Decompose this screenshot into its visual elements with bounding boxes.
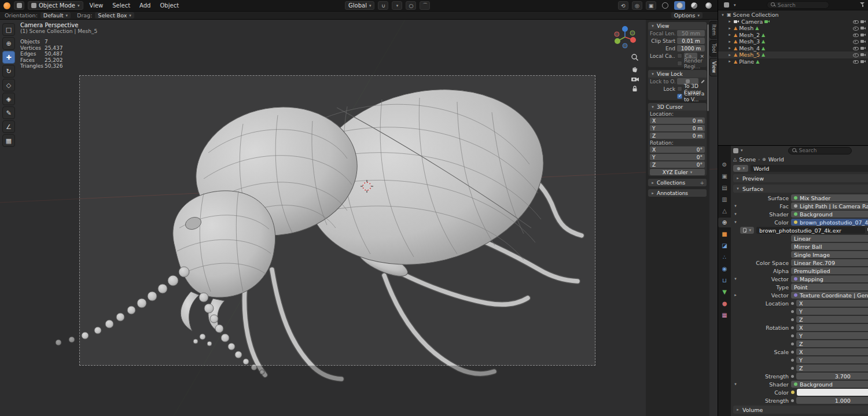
expand-icon[interactable]: ▾ <box>733 277 738 281</box>
tab-tool[interactable]: ⚙ <box>718 160 731 170</box>
location-y-slider[interactable]: Y0 m <box>796 308 868 315</box>
vector-input-button[interactable]: Mapping <box>791 275 868 282</box>
shading-material-button[interactable] <box>689 1 700 10</box>
annotate-tool[interactable]: ✎ <box>2 106 15 119</box>
snap-magnet-icon[interactable]: ∪ <box>378 1 388 10</box>
visibility-eye-icon[interactable] <box>853 19 859 24</box>
expand-icon[interactable]: ▾ <box>733 220 738 224</box>
tab-render[interactable]: ▣ <box>718 171 731 181</box>
location-x-slider[interactable]: X0 m <box>796 300 868 307</box>
outliner-row-mesh-2[interactable]: ▸ ▲ Mesh_2 ▲ <box>718 32 868 39</box>
shader2-input-button[interactable]: Background <box>791 381 868 388</box>
cursor-rotation-y-slider[interactable]: Y0° <box>650 154 705 160</box>
scale-y-slider[interactable]: Y1.000 <box>796 356 868 363</box>
display-mode-dropdown[interactable]: ▾ <box>734 3 736 8</box>
to-3d-cursor-checkbox[interactable] <box>677 86 682 91</box>
tab-output[interactable]: ▤ <box>718 183 731 193</box>
breadcrumb-scene[interactable]: Scene <box>739 156 756 163</box>
show-overlays-toggle[interactable]: ◎ <box>632 1 642 10</box>
outliner-row-mesh-5[interactable]: ▸ ▲ Mesh_5 ▲ <box>718 51 868 58</box>
options-button[interactable]: Options ▾ <box>671 12 703 19</box>
clip-start-field[interactable]: 0.01 m <box>677 38 705 44</box>
scale-tool[interactable]: ◇ <box>2 79 15 91</box>
expand-icon[interactable]: ▸ <box>733 293 738 297</box>
blender-logo[interactable] <box>3 2 10 9</box>
texcoord-input-button[interactable]: Texture Coordinate | Generated <box>791 292 868 299</box>
alpha-dropdown[interactable]: Premultiplied▾ <box>791 267 868 274</box>
disclosure-icon[interactable]: ▸ <box>727 19 732 24</box>
render-visibility-icon[interactable] <box>860 53 866 57</box>
disclosure-icon[interactable]: ▸ <box>727 39 732 44</box>
disclosure-icon[interactable]: ▸ <box>727 59 732 64</box>
world-name-field[interactable]: World <box>751 165 868 172</box>
cursor-location-x-slider[interactable]: X0 m <box>650 117 705 124</box>
transform-tool[interactable]: ◈ <box>2 93 15 105</box>
volume-panel-header[interactable]: ▸Volume <box>733 406 868 414</box>
render-visibility-icon[interactable] <box>860 32 866 37</box>
scale-x-slider[interactable]: X1.000 <box>796 348 868 355</box>
disclosure-icon[interactable]: ▸ <box>727 26 732 31</box>
menu-add[interactable]: Add <box>137 2 153 9</box>
tab-world[interactable]: ⊕ <box>718 218 731 227</box>
sidebar-tab-item[interactable]: Item <box>709 21 717 39</box>
render-visibility-icon[interactable] <box>860 26 866 31</box>
outliner-row-scene-collection[interactable]: ▾ ▣ Scene Collection <box>718 12 868 19</box>
tab-constraints[interactable]: ⊔ <box>718 275 731 285</box>
annotations-panel-header[interactable]: ▸Annotations <box>648 189 707 197</box>
color-input-button[interactable]: brown_photostudio_07_4k.exr <box>791 219 868 226</box>
image-name-field[interactable]: brown_photostudio_07_4k.exr <box>756 227 865 234</box>
render-visibility-icon[interactable] <box>860 39 866 44</box>
visibility-eye-icon[interactable] <box>853 32 859 38</box>
tab-scene[interactable]: △ <box>718 206 731 216</box>
tab-material[interactable]: ● <box>718 299 731 308</box>
filter-icon[interactable] <box>860 2 866 8</box>
sidebar-tab-tool[interactable]: Tool <box>709 40 717 57</box>
strength-slider[interactable]: 3.700 <box>796 373 868 380</box>
mapping-type-dropdown[interactable]: Point▾ <box>791 284 868 290</box>
shading-rendered-button[interactable] <box>703 1 714 10</box>
render-visibility-icon[interactable] <box>860 19 866 24</box>
mode-select[interactable]: Object Mode ▾ <box>28 1 83 10</box>
cursor-location-z-slider[interactable]: Z0 m <box>650 132 705 139</box>
image-browse-button[interactable]: ▾ <box>740 227 754 234</box>
sidebar-scrollbar[interactable] <box>707 24 709 111</box>
visibility-eye-icon[interactable] <box>853 46 859 51</box>
world-browse-button[interactable]: ⊕▾ <box>733 165 748 172</box>
outliner-row-camera[interactable]: ▸ Camera <box>718 19 868 25</box>
tab-physics[interactable]: ◉ <box>718 264 731 274</box>
select-box-tool[interactable]: □ <box>2 23 15 36</box>
rotation-mode-dropdown[interactable]: XYZ Euler▾ <box>650 169 705 175</box>
rotation-y-slider[interactable]: Y0° <box>796 332 868 339</box>
render-visibility-icon[interactable] <box>860 46 866 50</box>
menu-select[interactable]: Select <box>109 2 133 9</box>
disclosure-icon[interactable]: ▸ <box>727 32 732 37</box>
outliner-row-mesh[interactable]: ▸ ▲ Mesh ▲ <box>718 25 868 32</box>
cursor-tool[interactable]: ⊕ <box>2 37 15 50</box>
tab-object[interactable]: ■ <box>718 229 731 239</box>
surface-panel-header[interactable]: ▾Surface <box>733 185 868 193</box>
drag-select[interactable]: Select Box ▾ <box>95 12 134 19</box>
transform-orientation-select[interactable]: Global ▾ <box>345 1 374 10</box>
rotation-z-slider[interactable]: Z-219° <box>796 340 868 347</box>
visibility-eye-icon[interactable] <box>853 59 859 64</box>
render-visibility-icon[interactable] <box>860 59 866 64</box>
outliner-search[interactable] <box>767 1 829 9</box>
tab-texture[interactable]: ▦ <box>718 310 731 320</box>
color-space-dropdown[interactable]: Linear Rec.709▾ <box>791 259 868 266</box>
properties-search-input[interactable] <box>799 148 845 153</box>
tab-modifiers[interactable]: ◪ <box>718 241 731 251</box>
camera-frame-border[interactable] <box>79 75 595 366</box>
menu-object[interactable]: Object <box>157 2 182 9</box>
cursor-panel-header[interactable]: ▾3D Cursor <box>648 103 707 111</box>
local-camera-checkbox[interactable] <box>677 53 682 58</box>
preview-panel-header[interactable]: ▸Preview <box>733 174 868 182</box>
visibility-eye-icon[interactable] <box>853 39 859 44</box>
outliner-search-input[interactable] <box>778 2 824 8</box>
collections-panel-header[interactable]: ▸Collections+ <box>648 179 707 186</box>
shading-solid-button[interactable] <box>674 1 685 10</box>
scale-z-slider[interactable]: Z1.000 <box>796 365 868 371</box>
location-z-slider[interactable]: Z0 m <box>796 316 868 323</box>
editor-type-button[interactable] <box>721 1 731 9</box>
disclosure-icon[interactable]: ▸ <box>727 53 732 57</box>
proportional-falloff-dropdown[interactable]: ⌒ <box>420 1 430 10</box>
